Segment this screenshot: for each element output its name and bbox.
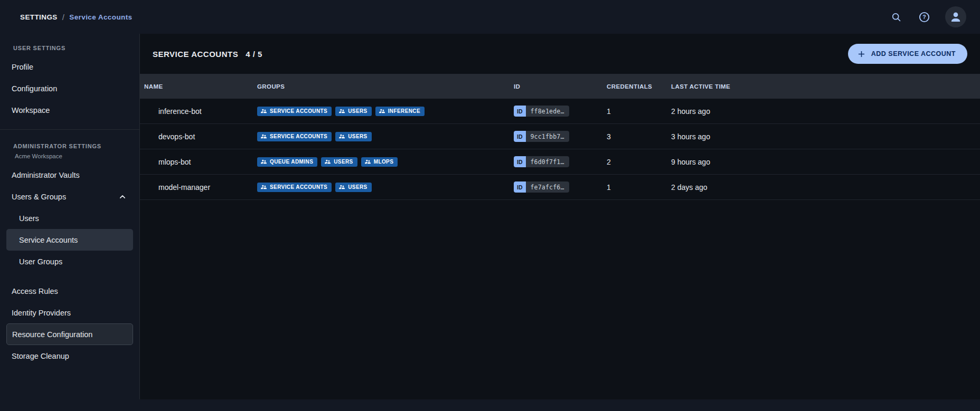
- group-badge-queue-admins: QUEUE ADMINS: [257, 157, 317, 167]
- column-header-name: NAME: [140, 83, 253, 90]
- user-avatar[interactable]: [945, 6, 966, 27]
- sidebar-item-label: Configuration: [12, 84, 57, 93]
- cell-groups: QUEUE ADMINSUSERSMLOPS: [253, 157, 510, 167]
- table-row-model-manager[interactable]: model-managerSERVICE ACCOUNTSUSERSIDfe7a…: [140, 175, 980, 200]
- sidebar-item-service-accounts[interactable]: Service Accounts: [6, 229, 133, 251]
- page-title-text: SERVICE ACCOUNTS: [153, 50, 238, 59]
- group-badge-label: INFERENCE: [388, 108, 420, 114]
- cell-last-active: 3 hours ago: [667, 132, 980, 141]
- chevron-up-icon[interactable]: [117, 192, 128, 202]
- add-service-account-label: ADD SERVICE ACCOUNT: [871, 50, 956, 58]
- user-settings-items: ProfileConfigurationWorkspace: [0, 56, 139, 121]
- topbar-actions: ?: [889, 6, 966, 27]
- group-icon: [364, 158, 371, 165]
- sidebar-item-label: Storage Cleanup: [12, 352, 69, 360]
- id-chip-label: ID: [514, 181, 526, 193]
- breadcrumb: SETTINGS / Service Accounts: [20, 13, 133, 22]
- group-badge-label: SERVICE ACCOUNTS: [270, 108, 327, 114]
- cell-groups: SERVICE ACCOUNTSUSERS: [253, 183, 510, 192]
- sidebar-item-workspace[interactable]: Workspace: [0, 99, 139, 121]
- id-chip-label: ID: [514, 131, 526, 142]
- cell-credentials: 2: [602, 158, 667, 166]
- search-button[interactable]: [889, 10, 903, 24]
- sidebar-item-profile[interactable]: Profile: [0, 56, 139, 78]
- id-chip[interactable]: IDfe7afcf6…: [514, 181, 569, 193]
- sidebar-item-label: Users: [19, 214, 39, 223]
- sidebar-item-resource-configuration[interactable]: Resource Configuration: [6, 323, 133, 345]
- id-chip-label: ID: [514, 106, 526, 117]
- cell-credentials: 3: [602, 132, 667, 141]
- id-chip[interactable]: ID9cc1fbb7…: [514, 131, 569, 142]
- page-title: SERVICE ACCOUNTS 4 / 5: [153, 50, 262, 59]
- sidebar-item-storage-cleanup[interactable]: Storage Cleanup: [0, 345, 139, 367]
- column-header-credentials: CREDENTIALS: [602, 83, 667, 90]
- table-row-mlops-bot[interactable]: mlops-botQUEUE ADMINSUSERSMLOPSIDf6d0f7f…: [140, 149, 980, 175]
- search-icon: [891, 12, 902, 23]
- top-bar: SETTINGS / Service Accounts ?: [0, 0, 980, 34]
- breadcrumb-separator: /: [62, 13, 65, 22]
- expand-toggle[interactable]: [117, 192, 128, 202]
- cell-credentials: 1: [602, 183, 667, 192]
- group-icon: [260, 108, 267, 114]
- group-badge-label: SERVICE ACCOUNTS: [270, 184, 327, 190]
- help-icon: ?: [918, 11, 930, 23]
- column-header-groups: GROUPS: [253, 83, 510, 90]
- content-header: SERVICE ACCOUNTS 4 / 5 ADD SERVICE ACCOU…: [140, 34, 980, 74]
- sidebar-item-access-rules[interactable]: Access Rules: [0, 280, 139, 302]
- sidebar-item-administrator-vaults[interactable]: Administrator Vaults: [0, 164, 139, 186]
- group-badge-users: USERS: [321, 157, 357, 167]
- group-icon: [324, 158, 331, 165]
- sidebar-item-label: Profile: [12, 63, 33, 71]
- group-badge-users: USERS: [335, 132, 371, 141]
- id-value: ff8e1ede…: [526, 106, 569, 117]
- cell-name: mlops-bot: [140, 158, 253, 166]
- group-icon: [338, 108, 345, 114]
- table-row-devops-bot[interactable]: devops-botSERVICE ACCOUNTSUSERSID9cc1fbb…: [140, 124, 980, 149]
- sidebar-item-user-groups[interactable]: User Groups: [0, 251, 139, 272]
- sidebar-section-user-settings: USER SETTINGS: [0, 34, 139, 52]
- group-icon: [338, 133, 345, 140]
- breadcrumb-settings[interactable]: SETTINGS: [20, 13, 58, 21]
- cell-name: inference-bot: [140, 107, 253, 116]
- sidebar-item-identity-providers[interactable]: Identity Providers: [0, 302, 139, 323]
- table-row-inference-bot[interactable]: inference-botSERVICE ACCOUNTSUSERSINFERE…: [140, 99, 980, 124]
- id-value: f6d0f7f1…: [526, 156, 569, 167]
- add-service-account-button[interactable]: ADD SERVICE ACCOUNT: [848, 44, 967, 64]
- group-badge-inference: INFERENCE: [375, 107, 425, 116]
- group-badge-label: USERS: [334, 159, 353, 165]
- cell-last-active: 9 hours ago: [667, 158, 980, 166]
- group-icon: [338, 184, 345, 190]
- group-badge-label: SERVICE ACCOUNTS: [270, 133, 327, 139]
- group-badge-label: USERS: [348, 184, 367, 190]
- sidebar-item-label: Administrator Vaults: [12, 171, 80, 179]
- id-chip[interactable]: IDff8e1ede…: [514, 106, 569, 117]
- help-button[interactable]: ?: [917, 10, 931, 24]
- cell-id: IDff8e1ede…: [510, 106, 602, 117]
- group-badge-mlops: MLOPS: [361, 157, 398, 167]
- cell-groups: SERVICE ACCOUNTSUSERS: [253, 132, 510, 141]
- sidebar-item-label: Users & Groups: [12, 193, 66, 201]
- id-chip-label: ID: [514, 156, 526, 167]
- main-content: SERVICE ACCOUNTS 4 / 5 ADD SERVICE ACCOU…: [140, 34, 980, 399]
- id-chip[interactable]: IDf6d0f7f1…: [514, 156, 569, 167]
- plus-icon: [856, 49, 866, 59]
- cell-groups: SERVICE ACCOUNTSUSERSINFERENCE: [253, 107, 510, 116]
- cell-name: devops-bot: [140, 132, 253, 141]
- cell-credentials: 1: [602, 107, 667, 116]
- cell-last-active: 2 days ago: [667, 183, 980, 192]
- sidebar-item-configuration[interactable]: Configuration: [0, 78, 139, 99]
- sidebar-item-users[interactable]: Users: [0, 207, 139, 229]
- sidebar-item-users-groups[interactable]: Users & Groups: [0, 186, 139, 207]
- group-icon: [379, 108, 385, 114]
- sidebar-item-label: Workspace: [12, 106, 50, 114]
- group-badge-users: USERS: [335, 107, 371, 116]
- group-badge-label: MLOPS: [374, 159, 394, 165]
- cell-id: ID9cc1fbb7…: [510, 131, 602, 142]
- group-icon: [260, 158, 267, 165]
- sidebar-item-label: User Groups: [19, 257, 62, 266]
- svg-text:?: ?: [922, 14, 926, 20]
- user-avatar-icon: [949, 10, 963, 24]
- cell-last-active: 2 hours ago: [667, 107, 980, 116]
- group-badge-label: USERS: [348, 108, 367, 114]
- sidebar-item-label: Resource Configuration: [12, 330, 92, 339]
